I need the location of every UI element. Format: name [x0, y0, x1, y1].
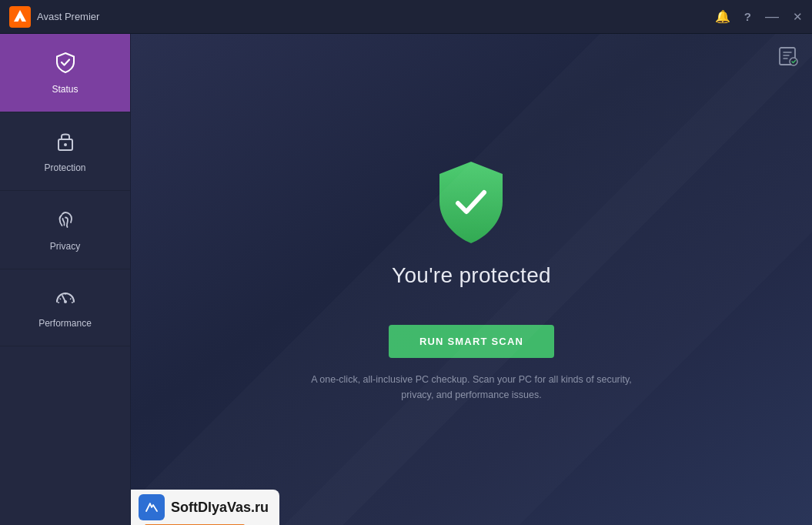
- sidebar-privacy-label: Privacy: [50, 241, 80, 252]
- sidebar-status-label: Status: [52, 84, 78, 95]
- main-layout: Status Protection: [0, 34, 812, 525]
- run-smart-scan-button[interactable]: RUN SMART SCAN: [389, 325, 554, 358]
- license-icon[interactable]: [777, 45, 798, 71]
- content-area: You're protected RUN SMART SCAN A one-cl…: [131, 34, 812, 525]
- sidebar-protection-label: Protection: [44, 162, 85, 173]
- avast-logo: [9, 6, 31, 28]
- close-icon[interactable]: ✕: [793, 10, 803, 24]
- sidebar-item-privacy[interactable]: Privacy: [0, 191, 130, 269]
- minimize-icon[interactable]: —: [765, 8, 779, 25]
- notification-icon[interactable]: 🔔: [715, 9, 730, 24]
- status-shield-icon: [54, 51, 77, 79]
- shield-container: You're protected: [392, 157, 551, 309]
- svg-point-2: [64, 143, 67, 146]
- app-title: Avast Premier: [37, 11, 715, 22]
- sidebar-item-status[interactable]: Status: [0, 34, 130, 112]
- sidebar: Status Protection: [0, 34, 131, 525]
- sidebar-item-performance[interactable]: Performance: [0, 269, 130, 346]
- watermark-text: SoftDlyaVas.ru: [171, 500, 269, 516]
- scan-description: A one-click, all-inclusive PC checkup. S…: [310, 372, 633, 403]
- protection-lock-icon: [55, 129, 76, 158]
- svg-point-3: [64, 300, 67, 303]
- watermark: SoftDlyaVas.ru: [131, 490, 279, 525]
- protected-text: You're protected: [392, 263, 551, 288]
- performance-speedometer-icon: [54, 286, 77, 313]
- sidebar-performance-label: Performance: [38, 318, 92, 329]
- help-icon[interactable]: ?: [744, 10, 751, 23]
- watermark-icon: [139, 494, 165, 520]
- protection-shield: [429, 157, 513, 249]
- privacy-fingerprint-icon: [54, 208, 77, 236]
- window-controls: 🔔 ? — ✕: [715, 8, 803, 25]
- title-bar: Avast Premier 🔔 ? — ✕: [0, 0, 812, 34]
- sidebar-item-protection[interactable]: Protection: [0, 112, 130, 191]
